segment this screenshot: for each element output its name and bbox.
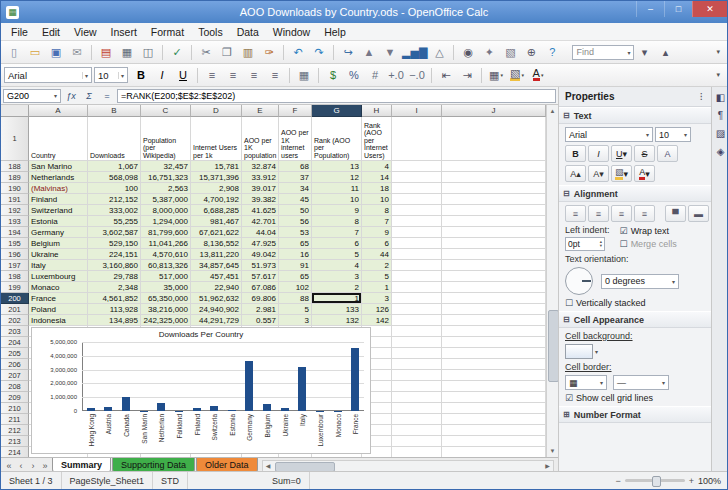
insert-chart-icon[interactable]: ▂▅▇ <box>401 43 428 61</box>
scroll-up-icon[interactable]: ▲ <box>547 105 558 117</box>
row-header-207[interactable]: 207 <box>1 370 29 381</box>
cell-B197[interactable]: 3,160,860 <box>88 260 141 271</box>
cut-icon[interactable]: ✂ <box>196 43 216 61</box>
cell-I200[interactable] <box>392 293 442 304</box>
italic-icon[interactable]: I <box>152 66 172 84</box>
row-header-197[interactable]: 197 <box>1 260 29 271</box>
cell-J189[interactable] <box>442 172 546 183</box>
collapse-icon[interactable]: ⊟ <box>563 189 570 198</box>
cell-A199[interactable]: Monaco <box>29 282 88 293</box>
cell-C197[interactable]: 60,813,326 <box>141 260 191 271</box>
print-icon[interactable]: ▦ <box>117 43 137 61</box>
column-header-A[interactable]: A <box>29 105 88 117</box>
cell-A193[interactable]: Estonia <box>29 216 88 227</box>
cell-E191[interactable]: 39.382 <box>242 194 279 205</box>
row-header-196[interactable]: 196 <box>1 249 29 260</box>
sidebar-align-middle-icon[interactable]: ▬ <box>688 205 709 222</box>
horizontal-scroll-thumb[interactable] <box>275 462 335 472</box>
cell-F192[interactable]: 50 <box>279 205 312 216</box>
cell-F191[interactable]: 45 <box>279 194 312 205</box>
menu-insert[interactable]: Insert <box>104 24 144 40</box>
sidebar-underline-icon[interactable]: U▾ <box>611 145 632 162</box>
styles-deck-icon[interactable]: ¶ <box>713 108 728 123</box>
menu-help[interactable]: Help <box>317 24 353 40</box>
cell-C202[interactable]: 242,325,000 <box>141 315 191 326</box>
cell-F194[interactable]: 53 <box>279 227 312 238</box>
cell-C198[interactable]: 517,000 <box>141 271 191 282</box>
cell-G202[interactable]: 132 <box>312 315 362 326</box>
cell-B194[interactable]: 3,602,587 <box>88 227 141 238</box>
navigator-deck-icon[interactable]: ◈ <box>713 144 728 159</box>
cell-I196[interactable] <box>392 249 442 260</box>
row-header-204[interactable]: 204 <box>1 337 29 348</box>
cell-H201[interactable]: 126 <box>362 304 392 315</box>
cell-J188[interactable] <box>442 161 546 172</box>
cell-D195[interactable]: 8,136,552 <box>191 238 242 249</box>
wrap-text-checkbox[interactable]: ☑ Wrap text <box>620 226 677 236</box>
cell-D191[interactable]: 4,700,192 <box>191 194 242 205</box>
cell-B188[interactable]: 1,067 <box>88 161 141 172</box>
cell-F197[interactable]: 91 <box>279 260 312 271</box>
row-header-191[interactable]: 191 <box>1 194 29 205</box>
row-header-212[interactable]: 212 <box>1 425 29 436</box>
section-header-number-format[interactable]: ⊞ Number Format <box>559 406 711 423</box>
align-left-icon[interactable]: ≡ <box>202 66 222 84</box>
cell-J212[interactable] <box>442 425 546 436</box>
standard-format-icon[interactable]: # <box>365 66 385 84</box>
cell-F201[interactable]: 5 <box>279 304 312 315</box>
cell-H193[interactable]: 7 <box>362 216 392 227</box>
font-name-combo[interactable]: Arial ▾ <box>4 67 92 83</box>
page-preview-icon[interactable]: ◫ <box>138 43 158 61</box>
cell-J203[interactable] <box>442 326 546 337</box>
function-wizard-icon[interactable]: ƒx <box>63 89 79 103</box>
cell-B198[interactable]: 29,788 <box>88 271 141 282</box>
cell-F190[interactable]: 34 <box>279 183 312 194</box>
cell-J200[interactable] <box>442 293 546 304</box>
cell-B1[interactable]: Downloads <box>88 117 141 161</box>
cell-C200[interactable]: 65,350,000 <box>141 293 191 304</box>
sum-icon[interactable]: Σ <box>81 89 97 103</box>
cell-F189[interactable]: 37 <box>279 172 312 183</box>
cell-J204[interactable] <box>442 337 546 348</box>
minimize-button[interactable]: – <box>636 1 664 17</box>
gallery-icon[interactable]: ▧ <box>500 43 520 61</box>
zoom-slider[interactable] <box>625 479 685 482</box>
cell-I203[interactable] <box>392 326 442 337</box>
row-header-202[interactable]: 202 <box>1 315 29 326</box>
cell-C188[interactable]: 32,457 <box>141 161 191 172</box>
cell-A190[interactable]: (Malvinas) <box>29 183 88 194</box>
cell-C189[interactable]: 16,751,323 <box>141 172 191 183</box>
sidebar-align-justified-icon[interactable]: ≡ <box>634 205 655 222</box>
row-header-194[interactable]: 194 <box>1 227 29 238</box>
cell-H191[interactable]: 10 <box>362 194 392 205</box>
cell-I207[interactable] <box>392 370 442 381</box>
cell-G190[interactable]: 11 <box>312 183 362 194</box>
sidebar-align-left-icon[interactable]: ≡ <box>565 205 586 222</box>
cell-J201[interactable] <box>442 304 546 315</box>
cell-I204[interactable] <box>392 337 442 348</box>
find-input[interactable]: Find ▾ <box>572 45 634 60</box>
cell-G192[interactable]: 9 <box>312 205 362 216</box>
cell-F199[interactable]: 102 <box>279 282 312 293</box>
row-header-213[interactable]: 213 <box>1 436 29 447</box>
cell-A192[interactable]: Switzerland <box>29 205 88 216</box>
hyperlink-icon[interactable]: ↪ <box>338 43 358 61</box>
column-header-I[interactable]: I <box>392 105 442 117</box>
cell-H195[interactable]: 6 <box>362 238 392 249</box>
section-header-alignment[interactable]: ⊟ Alignment <box>559 185 711 202</box>
column-header-J[interactable]: J <box>442 105 546 117</box>
cell-A191[interactable]: Finland <box>29 194 88 205</box>
name-box[interactable]: G200 ▾ <box>3 89 61 103</box>
cell-B201[interactable]: 113,928 <box>88 304 141 315</box>
cell-G199[interactable]: 2 <box>312 282 362 293</box>
align-justified-icon[interactable]: ≡ <box>265 66 285 84</box>
cell-I209[interactable] <box>392 392 442 403</box>
cell-D1[interactable]: Internet Users per 1k <box>191 117 242 161</box>
cell-J1[interactable] <box>442 117 546 161</box>
cell-A194[interactable]: Germany <box>29 227 88 238</box>
close-button[interactable]: ✕ <box>692 1 727 17</box>
sidebar-align-top-icon[interactable]: ▀ <box>665 205 686 222</box>
cell-J214[interactable] <box>442 447 546 457</box>
row-header-193[interactable]: 193 <box>1 216 29 227</box>
cell-C1[interactable]: Population (per Wikipedia) <box>141 117 191 161</box>
